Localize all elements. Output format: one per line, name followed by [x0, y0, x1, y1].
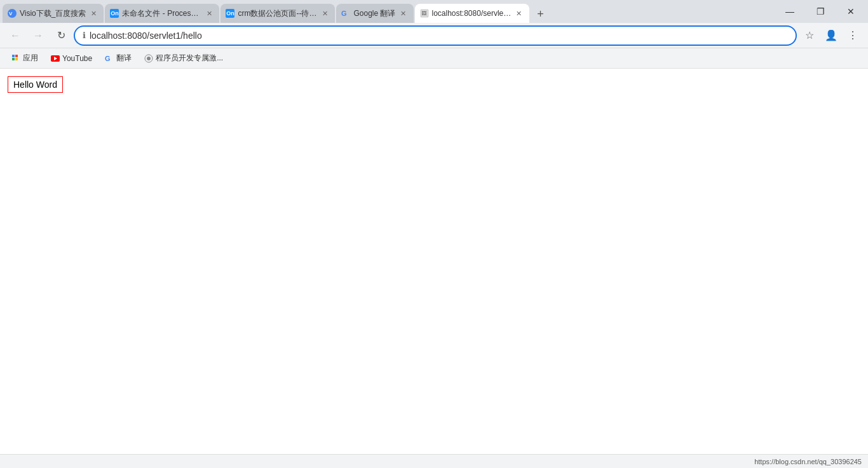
info-icon: ℹ: [83, 31, 86, 40]
google-translate-icon: G: [341, 9, 350, 18]
tab-google-translate[interactable]: G Google 翻译 ✕: [336, 4, 413, 23]
address-input[interactable]: [90, 31, 788, 41]
dev-icon: [144, 54, 153, 63]
svg-rect-6: [15, 55, 18, 57]
hello-word-box: Hello Word: [8, 76, 63, 93]
tab-localhost-label: localhost:8080/servlet1/hell...: [432, 9, 512, 18]
tab-localhost-close[interactable]: ✕: [514, 8, 524, 18]
minimize-button[interactable]: —: [775, 2, 804, 21]
bookmark-youtube-label: YouTube: [62, 54, 92, 63]
translate-icon: G: [105, 54, 114, 63]
svg-rect-5: [12, 55, 15, 57]
bookmark-button[interactable]: ☆: [799, 25, 820, 46]
tab-processon1-close[interactable]: ✕: [204, 8, 214, 18]
apps-icon: [11, 54, 20, 63]
navbar-right: ☆ 👤 ⋮: [799, 25, 863, 46]
maximize-button[interactable]: ❐: [806, 2, 835, 21]
profile-button[interactable]: 👤: [821, 25, 841, 46]
tab-google-translate-close[interactable]: ✕: [398, 8, 409, 18]
tab-visio[interactable]: V Visio下载_百度搜索 ✕: [3, 4, 104, 23]
bookmark-youtube[interactable]: YouTube: [46, 52, 97, 65]
visio-icon: V: [8, 9, 17, 18]
bookmark-developer[interactable]: 程序员开发专属激...: [139, 50, 228, 66]
tab-visio-close[interactable]: ✕: [88, 8, 98, 18]
refresh-button[interactable]: ↻: [51, 25, 71, 46]
bookmarks-bar: 应用 YouTube G 翻译 程序员开发专属激...: [0, 48, 868, 69]
navbar: ← → ↻ ℹ ☆ 👤 ⋮: [0, 23, 868, 48]
localhost-icon: 🖼: [420, 9, 429, 18]
forward-button[interactable]: →: [28, 25, 48, 46]
tab-google-translate-label: Google 翻译: [353, 8, 395, 19]
svg-text:V: V: [9, 11, 13, 17]
svg-text:G: G: [341, 10, 347, 17]
bookmark-developer-label: 程序员开发专属激...: [156, 53, 223, 64]
back-button[interactable]: ←: [5, 25, 25, 46]
svg-rect-8: [15, 58, 18, 60]
tab-processon2[interactable]: On crm数据公池页面--待完善 - P... ✕: [220, 4, 335, 23]
svg-text:🖼: 🖼: [421, 11, 426, 17]
close-button[interactable]: ✕: [836, 2, 865, 21]
tab-processon2-close[interactable]: ✕: [320, 8, 330, 18]
svg-text:G: G: [105, 55, 111, 62]
new-tab-button[interactable]: +: [532, 5, 550, 23]
bookmark-translate-label: 翻译: [116, 53, 132, 64]
svg-rect-7: [12, 58, 15, 60]
tab-localhost[interactable]: 🖼 localhost:8080/servlet1/hell... ✕: [415, 4, 529, 23]
tab-processon1-label: 未命名文件 - ProcessOn: [122, 8, 201, 19]
youtube-icon: [51, 54, 60, 63]
hello-word-text: Hello Word: [13, 79, 57, 90]
titlebar: V Visio下载_百度搜索 ✕ On 未命名文件 - ProcessOn ✕ …: [0, 0, 868, 23]
tab-processon1[interactable]: On 未命名文件 - ProcessOn ✕: [105, 4, 219, 23]
apps-button[interactable]: 应用: [6, 50, 43, 66]
apps-label: 应用: [23, 53, 38, 64]
tab-processon2-label: crm数据公池页面--待完善 - P...: [238, 8, 317, 19]
bookmark-translate[interactable]: G 翻译: [100, 50, 137, 66]
tabs-area: V Visio下载_百度搜索 ✕ On 未命名文件 - ProcessOn ✕ …: [3, 0, 770, 23]
tab-visio-label: Visio下载_百度搜索: [20, 8, 86, 19]
processon1-icon: On: [110, 9, 119, 18]
address-bar[interactable]: ℹ: [74, 25, 797, 46]
menu-button[interactable]: ⋮: [843, 25, 863, 46]
processon2-icon: On: [226, 9, 234, 18]
page-content: Hello Word: [0, 69, 868, 450]
svg-point-13: [147, 57, 151, 60]
window-controls: — ❐ ✕: [775, 2, 865, 21]
